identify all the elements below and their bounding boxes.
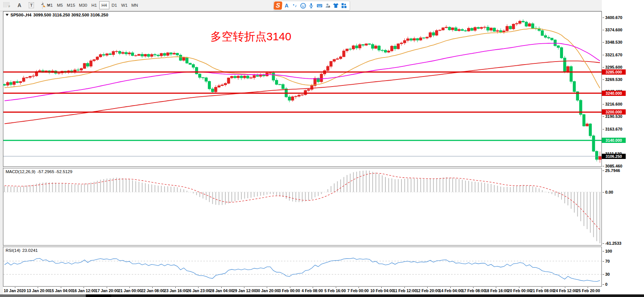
- time-axis-label: 17 Feb 08:00: [462, 288, 485, 293]
- rsi-indicator-value: 23.0241: [22, 248, 38, 253]
- time-tick: [152, 287, 153, 288]
- timeframe-m30[interactable]: M30: [77, 1, 89, 9]
- time-tick: [38, 287, 38, 288]
- time-axis-label: 10 Jan 2020: [4, 288, 26, 293]
- price-tick-label: 3295.600: [603, 65, 622, 69]
- time-axis-label: 26 Jan 23:00: [187, 288, 210, 293]
- microphone-icon[interactable]: [307, 2, 315, 9]
- price-pane: SP500-,H4 3099.500 3116.250 3092.500 310…: [3, 11, 602, 167]
- rsi-chart-canvas[interactable]: [3, 247, 602, 287]
- timeframe-m5[interactable]: M5: [55, 1, 65, 9]
- time-tick: [198, 287, 198, 288]
- time-axis-label: 30 Jan 20:00: [256, 288, 279, 293]
- timeframe-m15[interactable]: M15: [65, 1, 77, 9]
- macd-tick-label: 25.7946: [603, 168, 620, 173]
- ime-toolbar: S A: [273, 1, 350, 10]
- level-price-label: 3140.000: [602, 138, 626, 143]
- price-tick-label: 3400.670: [603, 15, 622, 20]
- level-price-label: 3285.000: [602, 69, 626, 75]
- time-tick: [84, 287, 84, 288]
- punctuation-icon[interactable]: [291, 2, 298, 9]
- time-tick: [290, 287, 290, 288]
- toolbar-separator: [42, 1, 43, 9]
- time-axis-label: 10 Feb 04:00: [370, 288, 394, 293]
- macd-pane: MACD(12,26,9) -57.2965 -52.5129: [3, 168, 602, 246]
- timeframe-mn[interactable]: MN: [129, 1, 140, 9]
- toolbox-grid-icon[interactable]: [340, 2, 348, 9]
- chart-symbol-period: SP500-,H4: [10, 13, 31, 17]
- time-tick: [267, 287, 267, 288]
- time-tick: [450, 287, 451, 288]
- text-a-tool-button[interactable]: A: [15, 1, 24, 9]
- grid-snap-button[interactable]: F: [1, 1, 12, 9]
- time-tick: [427, 287, 428, 288]
- time-axis-label: 17 Jan 20:00: [96, 288, 119, 293]
- timeframe-group: M1 M5 M15 M30 H1 H4 D1 W1 MN: [45, 1, 140, 9]
- time-axis[interactable]: 10 Jan 202013 Jan 20:0015 Jan 04:0016 Ja…: [3, 287, 602, 294]
- rsi-tick-label: 0: [603, 282, 607, 287]
- taskbar-segment: [0, 294, 86, 297]
- timeframe-m1[interactable]: M1: [45, 1, 55, 9]
- level-price-label: 3240.000: [602, 91, 626, 96]
- price-tick-label: 3085.460: [603, 164, 622, 168]
- price-tick-label: 3216.600: [603, 102, 622, 106]
- rsi-indicator-name: RSI(14): [6, 248, 21, 253]
- price-axis-column[interactable]: 3400.6703374.6003348.5303321.6703295.600…: [602, 0, 644, 287]
- time-axis-label: 11 Feb 12:00: [393, 288, 416, 293]
- rsi-label: RSI(14) 23.0241: [6, 248, 38, 253]
- rsi-tick-label: 30: [603, 272, 610, 276]
- drawing-tools-group: F A T: [1, 1, 51, 9]
- price-chart-canvas[interactable]: [3, 11, 602, 167]
- time-tick: [473, 287, 473, 288]
- rsi-tick-label: 70: [603, 259, 610, 263]
- skin-tshirt-icon[interactable]: [332, 2, 340, 9]
- emoji-icon[interactable]: [299, 2, 307, 9]
- rsi-pane: RSI(14) 23.0241: [3, 247, 602, 287]
- price-tick-label: 3348.530: [603, 40, 622, 44]
- time-axis-label: 15 Jan 04:00: [50, 288, 73, 293]
- time-tick: [381, 287, 382, 288]
- time-tick: [565, 287, 565, 288]
- svg-text:A: A: [285, 3, 288, 9]
- time-axis-label: 28 Jan 04:00: [210, 288, 233, 293]
- time-axis-label: 16 Jan 12:00: [72, 288, 96, 293]
- macd-tick-label: 0.00: [603, 190, 613, 194]
- rsi-tick-label: 100: [603, 249, 612, 253]
- time-tick: [404, 287, 405, 288]
- timeframe-d1[interactable]: D1: [109, 1, 119, 9]
- time-tick: [15, 287, 15, 288]
- time-axis-label: 14 Feb 04:00: [439, 288, 463, 293]
- soft-keyboard-icon[interactable]: [316, 2, 323, 9]
- time-tick: [313, 287, 313, 288]
- time-tick: [588, 287, 588, 288]
- price-tick-label: 3190.530: [603, 114, 622, 119]
- time-axis-label: 12 Feb 20:00: [416, 288, 440, 293]
- account-icon[interactable]: [324, 2, 331, 9]
- chart-annotation-text[interactable]: 多空转折点3140: [210, 29, 291, 44]
- collapse-chart-icon[interactable]: [6, 14, 9, 16]
- macd-indicator-values: -57.2965 -52.5129: [37, 169, 72, 174]
- chart-title: SP500-,H4 3099.500 3116.250 3092.500 310…: [6, 13, 108, 17]
- time-axis-label: 25 Feb 20:00: [576, 288, 600, 293]
- text-label-tool-button[interactable]: T: [27, 1, 36, 9]
- price-tick-label: 3321.670: [603, 53, 622, 57]
- time-tick: [496, 287, 496, 288]
- time-axis-label: 24 Feb 12:00: [554, 288, 577, 293]
- text-label-icon: T: [29, 2, 34, 8]
- ime-logo-icon[interactable]: S: [273, 1, 282, 10]
- time-tick: [519, 287, 519, 288]
- timeframe-h1[interactable]: H1: [89, 1, 99, 9]
- time-axis-label: 13 Jan 20:00: [26, 288, 50, 293]
- time-axis-label: 4 Feb 08:00: [301, 288, 323, 293]
- timeframe-w1[interactable]: W1: [119, 1, 129, 9]
- taskbar-edge: [0, 294, 644, 297]
- top-toolbar: F A T M1 M5 M15 M30 H1 H4 D1 W1 MN: [0, 0, 644, 11]
- input-mode-a-icon[interactable]: A: [283, 2, 290, 9]
- price-tick-label: 3374.600: [603, 28, 622, 32]
- macd-chart-canvas[interactable]: [3, 168, 602, 246]
- time-axis-label: 5 Feb 16:00: [325, 288, 346, 293]
- timeframe-h4[interactable]: H4: [99, 1, 109, 9]
- price-tick-label: 3269.530: [603, 77, 622, 82]
- svg-text:F: F: [9, 5, 10, 7]
- time-axis-label: 21 Jan 00:00: [118, 288, 141, 293]
